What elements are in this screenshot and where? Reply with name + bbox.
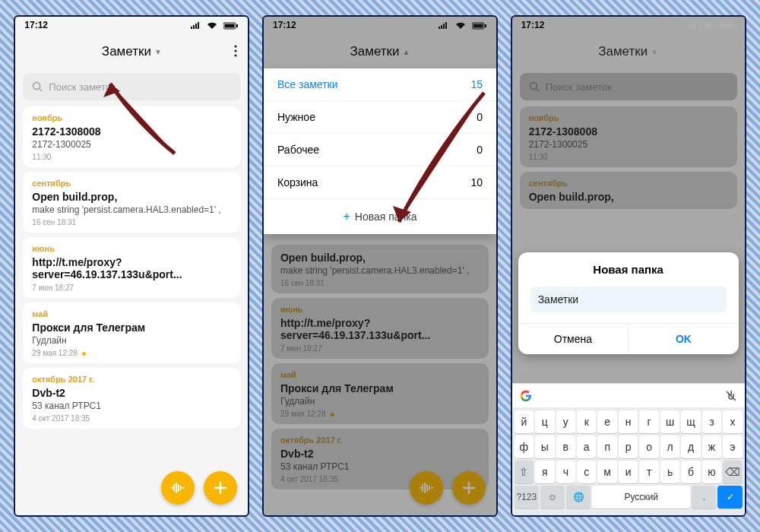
new-folder-button[interactable]: + Новая папка xyxy=(264,199,496,234)
folder-name: Рабочее xyxy=(277,144,319,156)
key[interactable]: ы xyxy=(535,435,554,458)
note-card[interactable]: сентябрь Open build.prop, make string 'p… xyxy=(23,172,240,233)
plus-icon xyxy=(214,481,227,495)
note-meta: 7 июн 18:27 xyxy=(32,283,231,292)
key[interactable]: ю xyxy=(702,461,721,483)
key[interactable]: ч xyxy=(556,461,575,483)
folder-count: 10 xyxy=(470,176,483,188)
folders-dropdown: Все заметки 15 Нужное 0 Рабочее 0 Корзин… xyxy=(264,68,496,234)
note-meta: 11:30 xyxy=(32,153,231,161)
note-month: июнь xyxy=(32,244,231,253)
key[interactable]: е xyxy=(597,410,616,433)
key[interactable]: я xyxy=(535,461,554,483)
dialog-title: Новая папка xyxy=(518,263,739,276)
folder-name: Нужное xyxy=(277,111,315,123)
key[interactable]: . xyxy=(692,486,716,508)
svg-point-5 xyxy=(235,54,237,56)
svg-line-7 xyxy=(40,89,42,91)
key[interactable]: а xyxy=(577,435,596,458)
note-card[interactable]: июнь http://t.me/proxy?server=46.19.137.… xyxy=(23,237,240,298)
key[interactable]: й xyxy=(515,410,534,433)
note-month: сентябрь xyxy=(32,179,231,188)
keyboard-row: ⇧ячсмитьбю⌫ xyxy=(515,461,743,483)
virtual-keyboard: йцукенгшщзх фывапролджэ ⇧ячсмитьбю⌫ ?123… xyxy=(512,383,745,515)
header-title: Заметки xyxy=(598,44,648,59)
key[interactable]: х xyxy=(723,410,742,433)
key[interactable]: п xyxy=(597,435,616,458)
key[interactable]: 🌐 xyxy=(566,486,591,508)
note-card[interactable]: май Прокси для Телеграм Гудлайн 29 мая 1… xyxy=(23,302,240,363)
google-icon[interactable] xyxy=(520,390,532,402)
phone-screen-2: 17:12 Заметки ▲ Open build.prop, make st… xyxy=(262,15,498,517)
key[interactable]: ж xyxy=(702,435,721,458)
key[interactable]: з xyxy=(702,410,721,433)
key[interactable]: ц xyxy=(535,410,554,433)
page-header: Заметки ▼ xyxy=(15,33,248,70)
search-placeholder: Поиск заметок xyxy=(49,81,115,93)
key[interactable]: б xyxy=(681,461,700,483)
mic-off-icon[interactable] xyxy=(725,390,737,402)
phone-screen-3: 17:12 Заметки ▼ Поиск заметок ноябрь 217… xyxy=(511,15,746,517)
key[interactable]: с xyxy=(577,461,596,483)
key[interactable]: ф xyxy=(515,435,534,458)
key[interactable]: в xyxy=(556,435,575,458)
folder-row[interactable]: Рабочее 0 xyxy=(264,134,496,166)
signal-icon xyxy=(190,22,201,30)
key[interactable]: э xyxy=(723,435,742,458)
note-title: Open build.prop, xyxy=(32,191,231,203)
key[interactable]: ⌫ xyxy=(723,461,742,483)
key[interactable]: у xyxy=(556,410,575,433)
note-subtitle: 53 канал РТРС1 xyxy=(32,401,231,411)
key[interactable]: ?123 xyxy=(515,486,539,508)
fab-group xyxy=(161,471,237,505)
key[interactable]: т xyxy=(639,461,658,483)
key[interactable]: ш xyxy=(660,410,679,433)
key[interactable]: ⇧ xyxy=(515,461,534,483)
voice-note-button[interactable] xyxy=(161,471,195,505)
key[interactable]: д xyxy=(681,435,700,458)
cancel-button[interactable]: Отмена xyxy=(518,324,629,354)
header-title[interactable]: Заметки xyxy=(102,44,151,59)
key[interactable]: м xyxy=(597,461,616,483)
wifi-icon xyxy=(207,22,217,30)
chevron-down-icon: ▼ xyxy=(154,48,162,56)
key[interactable]: ь xyxy=(660,461,679,483)
note-month: октябрь 2017 г. xyxy=(32,375,231,384)
note-card[interactable]: ноябрь 2172-1308008 2172-1300025 11:30 xyxy=(23,106,240,167)
folder-row[interactable]: Нужное 0 xyxy=(264,101,496,134)
keyboard-row-bottom: ?123☺🌐Русский.✓ xyxy=(515,486,743,508)
note-title: Dvb-t2 xyxy=(32,387,231,399)
status-icons xyxy=(186,20,239,30)
svg-rect-1 xyxy=(225,24,235,27)
search-input[interactable]: Поиск заметок xyxy=(23,73,240,100)
key[interactable]: ✓ xyxy=(717,486,742,508)
chevron-down-icon: ▼ xyxy=(651,48,658,56)
key[interactable]: ☺ xyxy=(540,486,565,508)
folder-row-all[interactable]: Все заметки 15 xyxy=(264,68,496,101)
folder-name: Корзина xyxy=(277,176,318,188)
keyboard-row: фывапролджэ xyxy=(515,435,743,458)
new-note-button[interactable] xyxy=(204,471,237,505)
battery-icon xyxy=(223,22,239,30)
keyboard-suggestion-bar xyxy=(512,383,745,407)
key[interactable]: л xyxy=(660,435,679,458)
key[interactable]: к xyxy=(577,410,596,433)
search-icon xyxy=(32,81,43,92)
folder-row-trash[interactable]: Корзина 10 xyxy=(264,166,496,199)
key[interactable]: щ xyxy=(681,410,700,433)
menu-dots-icon[interactable] xyxy=(234,44,237,62)
note-card[interactable]: октябрь 2017 г. Dvb-t2 53 канал РТРС1 4 … xyxy=(23,368,240,429)
svg-rect-2 xyxy=(236,24,238,27)
key[interactable]: н xyxy=(619,410,638,433)
space-key[interactable]: Русский xyxy=(592,486,690,508)
status-time: 17:12 xyxy=(24,20,48,30)
folder-count: 0 xyxy=(477,111,483,123)
note-title: http://t.me/proxy?server=46.19.137.133u&… xyxy=(32,256,231,280)
key[interactable]: р xyxy=(619,435,638,458)
ok-button[interactable]: OK xyxy=(629,324,739,354)
key[interactable]: о xyxy=(639,435,658,458)
key[interactable]: и xyxy=(619,461,638,483)
key[interactable]: г xyxy=(639,410,658,433)
folder-name-input[interactable]: Заметки xyxy=(530,287,727,312)
note-meta: 29 мая 12:28 xyxy=(32,349,231,357)
